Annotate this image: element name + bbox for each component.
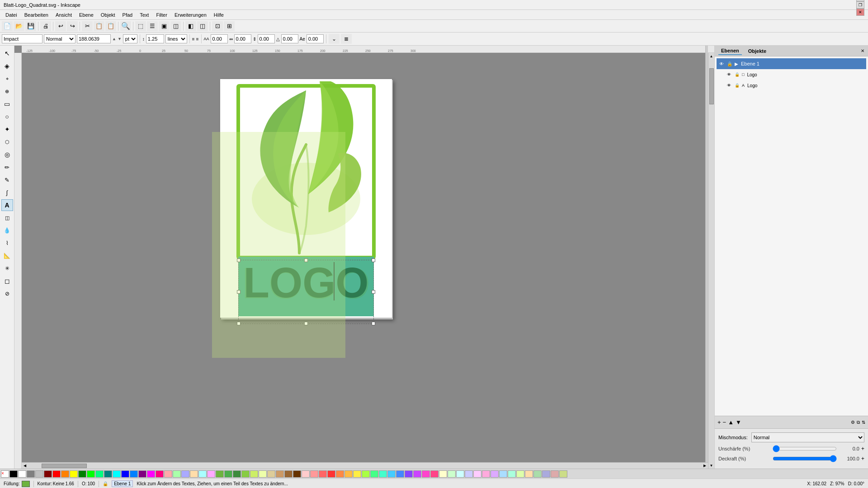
font-size-input[interactable] [77, 34, 111, 43]
connector-tool[interactable]: ⌇ [1, 237, 13, 249]
menu-datei[interactable]: Datei [2, 11, 21, 19]
swatch-teal[interactable] [104, 470, 112, 478]
layer-row-logo2[interactable]: 👁 🔒 A Logo [717, 80, 866, 91]
canvas-scroll[interactable]: LOGO LOGO LOGO [22, 53, 714, 469]
align-left-text-btn[interactable]: ≡ [192, 37, 195, 42]
align-left-button[interactable]: ⬚ [135, 21, 146, 31]
swatch-end-14[interactable] [551, 470, 559, 478]
swatch-end-9[interactable] [508, 470, 516, 478]
menu-hilfe[interactable]: Hilfe [210, 11, 227, 19]
measure-tool[interactable]: 📐 [1, 250, 13, 262]
copy-button[interactable]: 📋 [94, 21, 104, 31]
swatch-grad-2[interactable] [276, 470, 284, 478]
swatch-end-11[interactable] [525, 470, 533, 478]
save-button[interactable]: 💾 [25, 21, 36, 31]
swatch-end-15[interactable] [559, 470, 567, 478]
maximize-button[interactable]: ❐ [856, 1, 864, 9]
swatch-gray[interactable] [27, 470, 35, 478]
font-size-up-arrow[interactable]: ▲ [112, 37, 116, 41]
dropper-tool[interactable]: 💧 [1, 225, 13, 236]
spray-tool[interactable]: ✳ [1, 263, 13, 274]
swatch-grad-14[interactable] [379, 470, 387, 478]
swatch-grad-16[interactable] [396, 470, 404, 478]
fill-swatch[interactable] [22, 481, 30, 487]
star-tool[interactable]: ✦ [1, 123, 13, 135]
layer-lock-ebene1[interactable]: 🔒 [726, 61, 733, 67]
swatch-grad-4[interactable] [293, 470, 301, 478]
panel-menu-btn[interactable]: ✕ [861, 48, 864, 53]
blendmode-select[interactable]: Normal [751, 432, 864, 442]
swatch-end-3[interactable] [456, 470, 464, 478]
swatch-brand-green4[interactable] [241, 470, 250, 478]
panel-divider[interactable] [705, 46, 708, 462]
swatch-grad-18[interactable] [413, 470, 421, 478]
canvas-area[interactable]: -125 -100 -75 -50 -25 0 25 50 75 100 125… [14, 46, 714, 469]
snap-button[interactable]: ⊡ [212, 21, 223, 31]
swatch-darkgreen[interactable] [78, 470, 86, 478]
swatch-peach[interactable] [190, 470, 198, 478]
swatch-grad-5[interactable] [302, 470, 310, 478]
swatch-grad-15[interactable] [387, 470, 396, 478]
pen-tool[interactable]: ✏ [1, 161, 13, 173]
swatch-darkred[interactable] [44, 470, 52, 478]
swatch-brand-green6[interactable] [259, 470, 267, 478]
layer-eye-logo2[interactable]: 👁 [726, 82, 732, 89]
swatch-lime[interactable] [87, 470, 95, 478]
swatch-lightpink[interactable] [164, 470, 172, 478]
tab-ebenen[interactable]: Ebenen [718, 47, 742, 55]
spiral-tool[interactable]: ◎ [1, 149, 13, 160]
print-button[interactable]: 🖨 [40, 21, 51, 31]
swatch-grad-17[interactable] [405, 470, 413, 478]
blur-increment[interactable]: + [861, 446, 864, 452]
swatch-silver[interactable] [35, 470, 43, 478]
group-button[interactable]: ▣ [159, 21, 170, 31]
swatch-end-5[interactable] [473, 470, 481, 478]
swatch-purple[interactable] [138, 470, 146, 478]
swatch-grad-1[interactable] [267, 470, 275, 478]
swatch-grad-10[interactable] [344, 470, 353, 478]
unit-select[interactable]: pt [123, 34, 137, 43]
text-tool[interactable]: A [1, 199, 13, 211]
swatch-grad-7[interactable] [319, 470, 327, 478]
swatch-red[interactable] [52, 470, 61, 478]
text-flow-btn[interactable]: ≣ [341, 34, 352, 44]
swatch-end-13[interactable] [542, 470, 550, 478]
swatch-lightcyan[interactable] [198, 470, 207, 478]
opacity-slider[interactable] [773, 455, 837, 462]
scroll-h-thumb[interactable] [42, 464, 87, 468]
swatch-end-12[interactable] [533, 470, 542, 478]
add-layer-btn[interactable]: + [717, 419, 721, 426]
swatch-lightblue[interactable] [181, 470, 189, 478]
swatch-grad-20[interactable] [430, 470, 439, 478]
align-center-button[interactable]: ☰ [147, 21, 158, 31]
scroll-thumb[interactable] [709, 68, 714, 104]
swatch-brand-green5[interactable] [250, 470, 258, 478]
text-path-btn[interactable]: ⌄ [329, 34, 340, 44]
tab-objekte[interactable]: Objekte [745, 47, 769, 55]
swatch-springgreen[interactable] [95, 470, 104, 478]
paste-button[interactable]: 📋 [105, 21, 116, 31]
rect-tool[interactable]: ▭ [1, 98, 13, 110]
layer-eye-logo1[interactable]: 👁 [726, 71, 732, 78]
ae-input[interactable] [307, 34, 324, 43]
swatch-end-1[interactable] [439, 470, 447, 478]
pencil-tool[interactable]: ✎ [1, 174, 13, 186]
spacing-unit-select[interactable]: lines [165, 34, 187, 43]
calligraphy-tool[interactable]: ∫ [1, 187, 13, 198]
remove-layer-btn[interactable]: − [723, 419, 726, 426]
menu-objekt[interactable]: Objekt [97, 11, 119, 19]
stroke-button[interactable]: ◫ [197, 21, 208, 31]
redo-button[interactable]: ↪ [67, 21, 78, 31]
scroll-left-btn[interactable]: ◀ [22, 463, 28, 469]
zoom-tool[interactable]: ⊕ [1, 85, 13, 97]
layer-row-ebene1[interactable]: 👁 🔒 ▶ Ebene 1 [717, 58, 866, 69]
menu-erweiterungen[interactable]: Erweiterungen [171, 11, 210, 19]
swatch-blue[interactable] [121, 470, 129, 478]
layer-lock-logo2[interactable]: 🔒 [734, 82, 740, 89]
layer-expand-ebene1[interactable]: ▶ [735, 61, 738, 66]
layer-move-btn[interactable]: ⇅ [862, 420, 865, 425]
new-button[interactable]: 📄 [2, 21, 13, 31]
swatch-yellow[interactable] [70, 470, 78, 478]
menu-text[interactable]: Text [136, 11, 152, 19]
font-style-select[interactable]: Normal [44, 34, 75, 43]
